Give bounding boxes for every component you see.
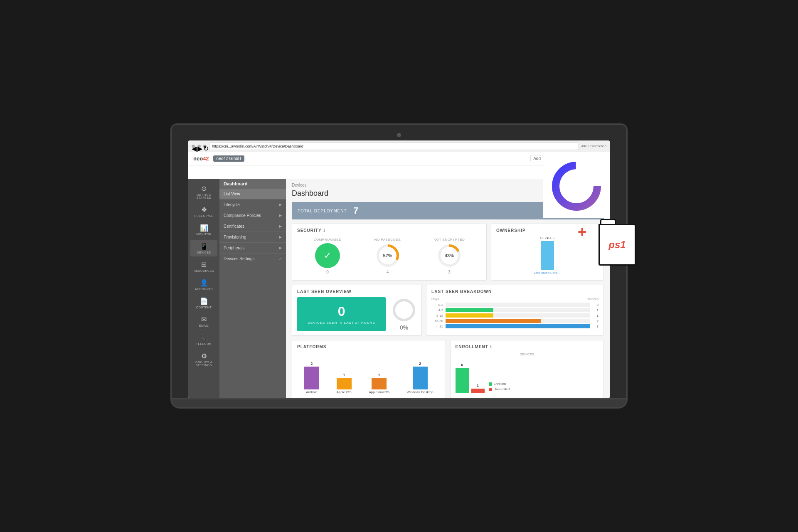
address-bar[interactable]: https://cni...awmdm.com/AirWatch/#/Devic… xyxy=(209,143,579,150)
nav-monitor[interactable]: 📊 MONITOR xyxy=(190,222,217,238)
nav-getting-started[interactable]: ⊙ GETTING STARTED xyxy=(190,182,217,202)
breakdown-rows: 0-3 0 4-7 xyxy=(431,303,598,328)
range-4-7: 4-7 xyxy=(431,308,443,312)
last-seen-content: 0 DEVICES SEEN IN LAST 24 HOURS 0% xyxy=(297,297,416,331)
count-0-3: 0 xyxy=(593,303,598,307)
laptop-screen: ◀ ▶ ↻ https://cni...awmdm.com/AirWatch/#… xyxy=(188,140,610,398)
telecom-icon: 📞 xyxy=(200,334,208,342)
no-passcode-value: 4 xyxy=(387,270,389,274)
nav-accounts-label: ACCOUNTS xyxy=(195,288,213,291)
sec-nav-devices-settings-label: Devices Settings xyxy=(224,256,254,261)
count-16-30: 2 xyxy=(593,319,598,323)
resources-icon: ⊞ xyxy=(201,261,207,268)
certificates-arrow: ▶ xyxy=(279,224,282,228)
platform-android: 2 Android xyxy=(304,362,319,394)
android-bar xyxy=(304,367,319,389)
neo42-ring-svg xyxy=(549,159,603,213)
svg-point-4 xyxy=(394,300,414,320)
nav-email[interactable]: ✉ EMAIL xyxy=(190,313,217,330)
enrolled-bar-group: 6 xyxy=(456,363,469,393)
last-seen-title: LAST SEEN OVERVIEW xyxy=(297,289,416,294)
sec-nav-list-view[interactable]: List View xyxy=(219,189,286,200)
security-info-icon[interactable]: ℹ xyxy=(323,228,325,233)
bar-container-31 xyxy=(446,324,590,328)
last-seen-overview-card: LAST SEEN OVERVIEW 0 DEVICES SEEN IN LAS… xyxy=(292,285,422,336)
nav-telecom[interactable]: 📞 TELECOM xyxy=(190,331,217,348)
seen-count: 0 xyxy=(338,304,345,319)
laptop-shell: ◀ ▶ ↻ https://cni...awmdm.com/AirWatch/#… xyxy=(170,123,628,409)
nav-email-label: EMAIL xyxy=(199,324,209,327)
accounts-icon: 👤 xyxy=(200,279,208,287)
row-security-ownership: SECURITY ℹ COMPROMISED ✓ 0 xyxy=(292,224,604,281)
total-label: TOTAL DEPLOYMENT : xyxy=(298,209,350,213)
platform-ios: 1 Apple iOS xyxy=(337,373,352,394)
nav-resources[interactable]: ⊞ RESOURCES xyxy=(190,258,217,275)
nav-groups-settings-label: GROUPS & SETTINGS xyxy=(192,361,216,367)
sec-nav-devices-settings[interactable]: Devices Settings ↗ xyxy=(219,254,286,264)
macos-name: Apple macOS xyxy=(369,390,389,394)
not-encrypted-circle: 43% xyxy=(437,243,462,268)
nav-monitor-label: MONITOR xyxy=(196,233,211,236)
no-passcode-label: NO PASSCODE xyxy=(374,238,401,241)
secondary-nav: Dashboard List View Lifecycle ▶ Complian… xyxy=(219,179,286,398)
sec-nav-compliance[interactable]: Compliance Policies ▶ xyxy=(219,210,286,221)
sec-nav-lifecycle[interactable]: Lifecycle ▶ xyxy=(219,200,286,210)
nav-content[interactable]: 📄 CONTENT xyxy=(190,295,217,311)
range-31: >=31 xyxy=(431,325,443,328)
ps1-label: ps1 xyxy=(608,239,626,251)
security-gauges: COMPROMISED ✓ 0 NO PASSCODE xyxy=(297,236,481,276)
logo-overlay xyxy=(543,154,610,218)
nav-forward[interactable]: ▶ xyxy=(197,145,201,148)
content-icon: 📄 xyxy=(200,297,208,305)
android-count: 2 xyxy=(310,362,313,366)
enrollment-info-icon[interactable]: ℹ xyxy=(490,345,492,349)
count-4-7: 1 xyxy=(593,308,598,312)
last-seen-breakdown-card: LAST SEEN BREAKDOWN Days Devices 0-3 xyxy=(426,285,604,336)
sec-nav-certificates[interactable]: Certificates ▶ xyxy=(219,221,286,232)
compromised-label: COMPROMISED xyxy=(314,238,342,241)
no-passcode-gauge: NO PASSCODE 57% 4 xyxy=(374,238,401,274)
compromised-value: 0 xyxy=(326,270,329,274)
nav-devices[interactable]: 📱 DEVICES xyxy=(190,240,217,256)
nav-devices-label: DEVICES xyxy=(197,251,211,254)
sec-nav-peripherals[interactable]: Peripherals ▶ xyxy=(219,243,286,254)
enrolled-legend-item: Enrolled xyxy=(489,382,510,386)
add-button[interactable]: Add xyxy=(530,155,544,162)
no-passcode-percent: 57% xyxy=(383,253,392,258)
nav-accounts[interactable]: 👤 ACCOUNTS xyxy=(190,276,217,293)
ownership-chart: 7 Dedicated Corp... xyxy=(496,241,598,275)
seen-percent: 0% xyxy=(400,324,408,331)
bar-container-4-7 xyxy=(446,308,590,312)
nav-back[interactable]: ◀ xyxy=(192,145,195,148)
app-logo: neo42 xyxy=(193,155,209,162)
monitor-icon: 📊 xyxy=(200,224,208,232)
nav-freestyle-label: FREESTYLE xyxy=(195,214,213,217)
nav-groups-settings[interactable]: ⚙ GROUPS & SETTINGS xyxy=(190,350,217,369)
days-col-header: Days xyxy=(431,297,439,301)
enrolled-label: Enrolled xyxy=(494,382,506,386)
ownership-bar-value: 7 xyxy=(546,236,548,240)
enrolled-dot xyxy=(489,382,492,386)
macos-count: 1 xyxy=(378,373,380,377)
platforms-title: PLATFORMS xyxy=(297,345,441,349)
unenrolled-label: Unenrolled xyxy=(494,387,510,391)
macos-bar xyxy=(372,378,387,389)
enrollment-card: ENROLLMENT ℹ DEVICES 6 xyxy=(450,340,604,398)
enrollment-legend: Enrolled Unenrolled xyxy=(489,382,510,393)
compromised-gauge: COMPROMISED ✓ 0 xyxy=(314,238,342,274)
seen-donut-svg xyxy=(392,298,416,323)
nav-telecom-label: TELECOM xyxy=(196,342,212,345)
sec-nav-list-view-label: List View xyxy=(224,192,240,196)
windows-name: Windows Desktop xyxy=(407,390,433,394)
org-selector[interactable]: neo42 GmbH xyxy=(213,155,244,162)
nav-freestyle[interactable]: ❖ FREESTYLE xyxy=(190,203,217,220)
row-last-seen: LAST SEEN OVERVIEW 0 DEVICES SEEN IN LAS… xyxy=(292,285,604,336)
range-8-15: 8-15 xyxy=(431,314,443,318)
seen-donut-area: 0% xyxy=(392,298,416,331)
sec-nav-peripherals-label: Peripherals xyxy=(224,246,245,250)
nav-refresh[interactable]: ↻ xyxy=(203,145,207,148)
security-card: SECURITY ℹ COMPROMISED ✓ 0 xyxy=(292,224,487,281)
not-encrypted-label: NOT ENCRYPTED xyxy=(434,238,465,241)
sec-nav-provisioning[interactable]: Provisioning ▶ xyxy=(219,232,286,243)
sec-nav-header: Dashboard xyxy=(219,179,286,189)
